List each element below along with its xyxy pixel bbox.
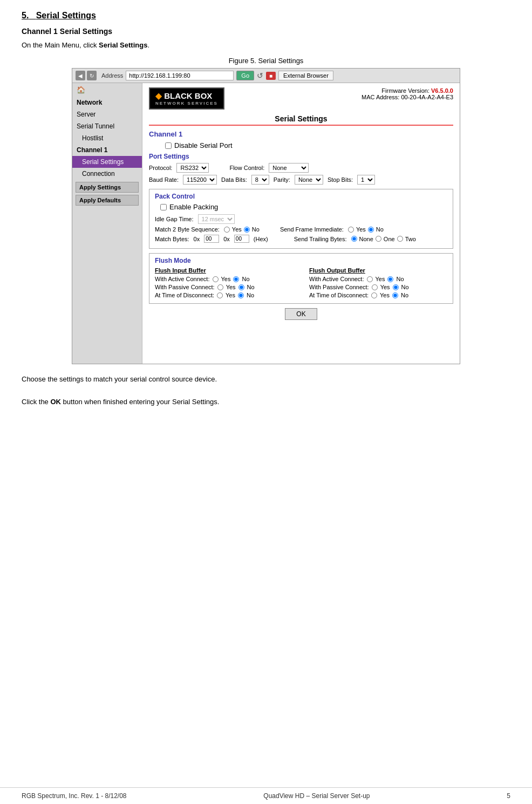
match-bytes-label: Match Bytes: <box>155 236 189 242</box>
match-bytes-input2[interactable] <box>234 235 249 243</box>
para2-end: button when finished entering your Seria… <box>63 398 220 406</box>
footer-right: 5 <box>507 792 510 800</box>
match2byte-radio-group: Yes No <box>224 226 260 233</box>
match-bytes-input1[interactable] <box>204 235 219 243</box>
flush-output-active-yes-radio[interactable] <box>367 276 373 282</box>
flush-input-active-no-label: No <box>242 276 249 282</box>
brand-sub: NETWORK SERVICES <box>155 101 218 106</box>
flush-input-col: Flush Input Buffer With Active Connect: … <box>155 267 293 300</box>
send-frame-radio-group: Yes No <box>348 226 384 233</box>
send-frame-no-radio[interactable] <box>368 227 374 233</box>
mac-row: MAC Address: 00-20-4A-A2-A4-E3 <box>362 94 453 100</box>
flush-output-disconnect-label: At Time of Disconnect: <box>309 292 369 298</box>
disable-serial-checkbox[interactable] <box>165 142 172 149</box>
flush-output-passive-yes-radio[interactable] <box>372 284 378 290</box>
flush-mode-title: Flush Mode <box>155 257 447 264</box>
trailing-none-label: None <box>359 236 373 242</box>
para2: Click the OK button when finished enteri… <box>22 398 510 406</box>
channel-heading: Channel 1 <box>149 130 453 138</box>
match-bytes-row: Match Bytes: 0x 0x (Hex) Send Trailing B… <box>155 235 447 243</box>
sidebar-item-serial-tunnel[interactable]: Serial Tunnel <box>72 120 142 132</box>
sidebar-item-server[interactable]: Server <box>72 108 142 120</box>
send-frame-yes-label: Yes <box>356 226 366 233</box>
sidebar-item-channel1[interactable]: Channel 1 <box>72 144 142 156</box>
match2byte-no-radio[interactable] <box>244 227 250 233</box>
sidebar: 🏠 Network Server Serial Tunnel Hostlist … <box>72 83 142 364</box>
browser-toolbar: ◀ ↻ Address Go ↺ ■ External Browser <box>72 69 460 83</box>
protocol-row: Protocol: RS232RS422RS485 Flow Control: … <box>149 163 453 173</box>
flush-output-passive-label: With Passive Connect: <box>309 284 369 290</box>
flush-input-passive-no-radio[interactable] <box>238 284 244 290</box>
section-number: 5. <box>22 11 29 20</box>
flush-input-passive-yes-label: Yes <box>226 284 236 290</box>
flush-input-passive-row: With Passive Connect: Yes No <box>155 284 293 290</box>
brand-diamond: ◆ <box>155 91 164 100</box>
flush-input-active-label: With Active Connect: <box>155 276 210 282</box>
data-bits-select[interactable]: 8765 <box>251 175 269 185</box>
trailing-none-radio[interactable] <box>351 236 357 242</box>
sidebar-item-connection[interactable]: Connection <box>72 168 142 180</box>
flush-output-title: Flush Output Buffer <box>309 267 447 274</box>
address-input[interactable] <box>126 71 234 80</box>
stop-button[interactable]: ■ <box>266 72 276 80</box>
flush-output-disconnect-no-radio[interactable] <box>392 292 398 298</box>
data-bits-label: Data Bits: <box>221 176 247 183</box>
send-frame-yes-radio[interactable] <box>348 227 354 233</box>
idle-gap-select[interactable]: 12 msec20 msec50 msec <box>198 214 235 224</box>
flush-input-disconnect-no-radio[interactable] <box>238 292 244 298</box>
go-button[interactable]: Go <box>236 71 254 80</box>
footer-left: RGB Spectrum, Inc. Rev. 1 - 8/12/08 <box>22 792 127 800</box>
match2byte-yes-radio[interactable] <box>224 227 230 233</box>
idle-gap-row: Idle Gap Time: 12 msec20 msec50 msec <box>155 214 447 224</box>
flush-output-active-no-radio[interactable] <box>387 276 393 282</box>
flow-control-label: Flow Control: <box>229 165 264 171</box>
flush-input-active-yes-radio[interactable] <box>213 276 219 282</box>
flush-input-active-no-radio[interactable] <box>233 276 239 282</box>
flush-output-active-label: With Active Connect: <box>309 276 364 282</box>
match2byte-yes-label: Yes <box>232 226 242 233</box>
match-bytes-hex-label: (Hex) <box>254 236 268 242</box>
para2-text: Click the <box>22 398 49 406</box>
forward-icon[interactable]: ↻ <box>87 71 97 80</box>
refresh-icon[interactable]: ↺ <box>257 71 263 80</box>
sidebar-item-serial-settings[interactable]: Serial Settings <box>72 156 142 168</box>
brand-header: ◆ BLACK BOX NETWORK SERVICES Firmware Ve… <box>149 87 453 110</box>
send-frame-label: Send Frame Immediate: <box>280 226 344 233</box>
firmware-label: Firmware Version: <box>381 87 429 94</box>
parity-select[interactable]: NoneEvenOdd <box>295 175 323 185</box>
apply-settings-button[interactable]: Apply Settings <box>76 182 139 193</box>
para2-bold: OK <box>50 398 61 406</box>
page-title: Serial Settings <box>149 113 453 126</box>
stop-bits-select[interactable]: 12 <box>357 175 375 185</box>
trailing-one-label: One <box>384 236 395 242</box>
flush-output-disconnect-yes-radio[interactable] <box>371 292 377 298</box>
baud-rate-select[interactable]: 1152009600192003840057600 <box>183 175 217 185</box>
enable-packing-checkbox[interactable] <box>160 204 167 210</box>
sidebar-home[interactable]: 🏠 <box>72 83 142 97</box>
flush-output-disconnect-no-label: No <box>401 292 408 298</box>
protocol-select[interactable]: RS232RS422RS485 <box>176 163 209 173</box>
browser-nav-icons: ◀ ↻ <box>76 71 97 80</box>
match2byte-row: Match 2 Byte Sequence: Yes No Send Frame… <box>155 226 447 233</box>
match2byte-label: Match 2 Byte Sequence: <box>155 226 220 233</box>
external-browser-button[interactable]: External Browser <box>278 71 333 80</box>
apply-defaults-button[interactable]: Apply Defaults <box>76 195 139 206</box>
flush-output-active-row: With Active Connect: Yes No <box>309 276 447 282</box>
flush-input-passive-yes-radio[interactable] <box>217 284 223 290</box>
back-icon[interactable]: ◀ <box>76 71 85 80</box>
flush-output-passive-no-radio[interactable] <box>393 284 399 290</box>
baud-row: Baud Rate: 1152009600192003840057600 Dat… <box>149 175 453 185</box>
send-trailing-radio-group: None One Two <box>351 236 416 242</box>
ok-button[interactable]: OK <box>285 308 317 320</box>
sidebar-item-network[interactable]: Network <box>72 97 142 108</box>
figure-caption: Figure 5. Serial Settings <box>22 57 510 65</box>
main-content: ◆ BLACK BOX NETWORK SERVICES Firmware Ve… <box>142 83 460 364</box>
disable-serial-label: Disable Serial Port <box>174 141 233 149</box>
flow-control-select[interactable]: NoneHardwareSoftware <box>269 163 309 173</box>
flush-input-active-yes-label: Yes <box>221 276 231 282</box>
trailing-one-radio[interactable] <box>376 236 381 242</box>
match-bytes-prefix1: 0x <box>194 236 200 242</box>
sidebar-item-hostlist[interactable]: Hostlist <box>72 132 142 144</box>
flush-input-disconnect-yes-radio[interactable] <box>217 292 223 298</box>
trailing-two-radio[interactable] <box>397 236 403 242</box>
